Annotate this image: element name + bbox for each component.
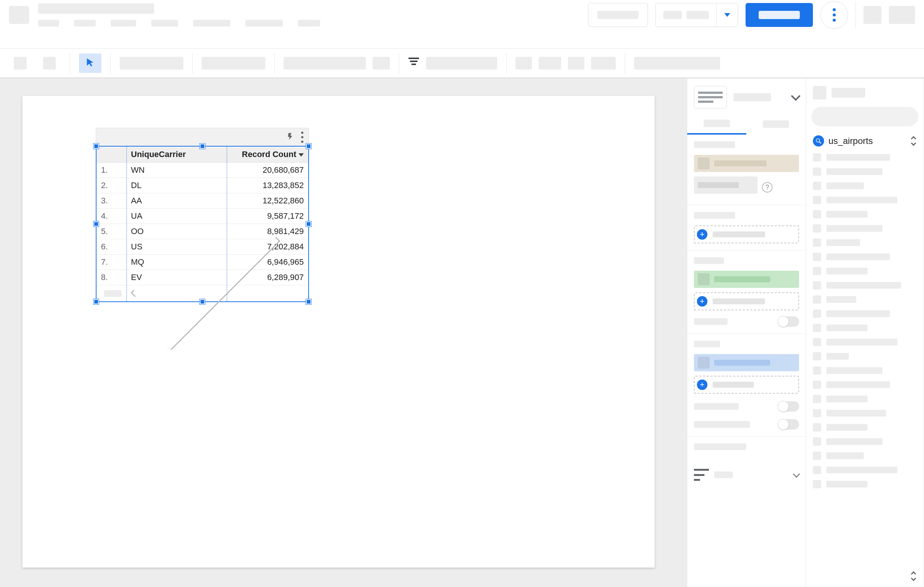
undo-button[interactable] <box>9 53 31 73</box>
toolbar-item[interactable] <box>120 57 183 69</box>
toolbar-item[interactable] <box>515 57 532 69</box>
style-tab[interactable] <box>746 113 805 135</box>
canvas-area[interactable]: UniqueCarrier Record Count 1.WN20,680,68… <box>0 79 687 587</box>
account-avatar[interactable] <box>889 6 915 24</box>
field-item[interactable] <box>806 335 924 349</box>
field-item[interactable] <box>806 207 924 221</box>
toolbar-item[interactable] <box>284 57 366 69</box>
field-item[interactable] <box>806 293 924 307</box>
resize-handle[interactable] <box>94 299 99 304</box>
cursor-icon <box>85 58 95 69</box>
quick-insight-icon[interactable] <box>286 132 294 142</box>
field-item[interactable] <box>806 278 924 293</box>
resize-handle[interactable] <box>200 299 205 304</box>
data-source-chip[interactable] <box>694 155 799 172</box>
table-chart[interactable]: UniqueCarrier Record Count 1.WN20,680,68… <box>96 146 309 302</box>
data-source-row[interactable]: us_airports <box>806 132 924 150</box>
view-button[interactable] <box>746 3 813 27</box>
toggle-switch[interactable] <box>778 401 799 412</box>
field-item[interactable] <box>806 349 924 363</box>
filter-picker[interactable] <box>687 464 806 486</box>
toolbar-item[interactable] <box>426 57 497 69</box>
resize-handle[interactable] <box>94 221 99 227</box>
svg-point-0 <box>816 139 820 142</box>
resize-handle[interactable] <box>306 299 311 304</box>
table-row[interactable]: 8.EV6,289,907 <box>97 270 308 285</box>
share-split-button[interactable] <box>655 3 738 27</box>
field-item[interactable] <box>806 378 924 392</box>
selection-tool-button[interactable] <box>79 53 101 73</box>
sort-chip[interactable] <box>694 354 799 371</box>
field-item[interactable] <box>806 392 924 406</box>
header-icon[interactable] <box>863 6 881 24</box>
menu-item[interactable] <box>193 20 231 26</box>
help-icon[interactable]: ? <box>762 182 772 192</box>
table-row[interactable]: 7.MQ6,946,965 <box>97 255 308 270</box>
field-item[interactable] <box>806 221 924 235</box>
blend-data-button[interactable] <box>694 176 757 194</box>
chart-type-selector[interactable] <box>694 86 727 109</box>
field-item[interactable] <box>806 434 924 449</box>
report-title[interactable] <box>38 3 154 14</box>
field-item[interactable] <box>806 250 924 264</box>
dimension-header[interactable]: UniqueCarrier <box>127 146 213 163</box>
toolbar-item[interactable] <box>568 57 584 69</box>
field-item[interactable] <box>806 321 924 335</box>
field-item[interactable] <box>806 449 924 463</box>
menu-item[interactable] <box>74 20 96 26</box>
field-search-input[interactable] <box>812 107 919 127</box>
field-item[interactable] <box>806 179 924 193</box>
chart-more-button[interactable] <box>301 132 304 143</box>
table-chart-selection[interactable]: UniqueCarrier Record Count 1.WN20,680,68… <box>96 128 309 302</box>
menu-item[interactable] <box>151 20 178 26</box>
field-item[interactable] <box>806 164 924 179</box>
field-item[interactable] <box>806 193 924 207</box>
field-item[interactable] <box>806 477 924 491</box>
field-item[interactable] <box>806 307 924 321</box>
header-button[interactable] <box>588 3 648 27</box>
toolbar-item[interactable] <box>539 57 561 69</box>
more-options-button[interactable] <box>820 1 848 29</box>
field-item[interactable] <box>806 406 924 420</box>
table-row[interactable]: 3.AA12,522,860 <box>97 193 308 209</box>
more-vert-icon <box>301 132 304 143</box>
table-row[interactable]: 5.OO8,981,429 <box>97 224 308 239</box>
share-dropdown[interactable] <box>717 13 738 17</box>
menu-item[interactable] <box>246 20 283 26</box>
field-item[interactable] <box>806 264 924 278</box>
expand-collapse-icon[interactable] <box>910 137 917 145</box>
prev-page-button[interactable] <box>130 290 138 297</box>
add-dimension-drop[interactable]: + <box>694 225 799 243</box>
resize-handle[interactable] <box>94 143 99 149</box>
chevron-down-icon[interactable] <box>791 91 800 100</box>
menu-item[interactable] <box>111 20 136 26</box>
metric-chip[interactable] <box>694 271 799 288</box>
resize-handle[interactable] <box>200 143 205 149</box>
menu-item[interactable] <box>38 20 59 26</box>
resize-handle[interactable] <box>306 143 311 149</box>
redo-button[interactable] <box>38 53 61 73</box>
table-row[interactable]: 2.DL13,283,852 <box>97 178 308 193</box>
toggle-switch[interactable] <box>778 419 799 429</box>
toggle-switch[interactable] <box>778 316 799 327</box>
field-item[interactable] <box>806 363 924 378</box>
table-row[interactable]: 4.UA9,587,172 <box>97 209 308 224</box>
field-item[interactable] <box>806 420 924 434</box>
report-page[interactable]: UniqueCarrier Record Count 1.WN20,680,68… <box>22 96 655 567</box>
toolbar-item[interactable] <box>634 57 720 69</box>
table-row[interactable]: 1.WN20,680,687 <box>97 163 308 178</box>
toolbar-item[interactable] <box>591 57 616 69</box>
field-item[interactable] <box>806 463 924 477</box>
setup-tab[interactable] <box>687 113 746 135</box>
add-sort-drop[interactable]: + <box>694 376 799 394</box>
toolbar-item[interactable] <box>373 57 390 69</box>
filter-icon[interactable] <box>408 58 419 69</box>
toolbar-item[interactable] <box>201 57 265 69</box>
resize-handle[interactable] <box>306 221 311 227</box>
field-item[interactable] <box>806 235 924 250</box>
add-metric-drop[interactable]: + <box>694 293 799 310</box>
menu-item[interactable] <box>298 20 320 26</box>
expand-collapse-icon[interactable] <box>910 572 917 580</box>
field-item[interactable] <box>806 150 924 164</box>
section-label <box>694 444 746 450</box>
